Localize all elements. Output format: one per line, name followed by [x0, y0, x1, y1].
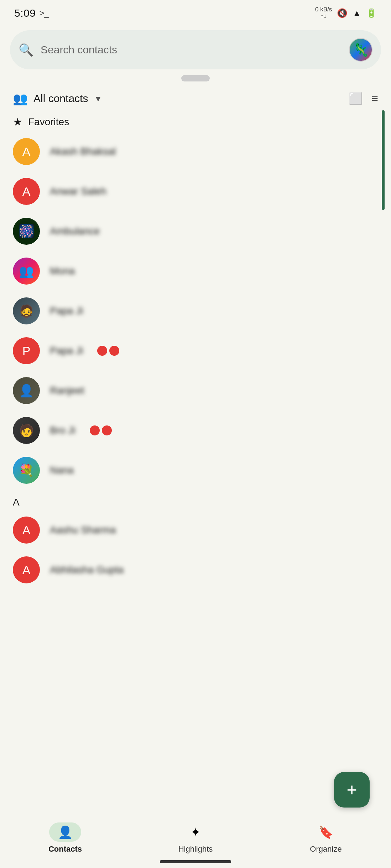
- list-item[interactable]: A Abhilasha Gupta: [0, 550, 391, 590]
- avatar: A: [13, 556, 40, 583]
- contact-name: Abhilasha Gupta: [50, 564, 124, 576]
- avatar: 👤: [13, 377, 40, 404]
- contacts-icon: 👤: [58, 825, 73, 839]
- add-contact-button[interactable]: +: [334, 772, 370, 808]
- contacts-nav-icon-wrap: 👤: [49, 822, 81, 842]
- avatar: A: [13, 178, 40, 205]
- list-item[interactable]: A Akash Bhaksal: [0, 132, 391, 171]
- chevron-down-icon[interactable]: ▾: [96, 93, 100, 104]
- highlights-nav-icon-wrap: ✦: [179, 822, 212, 842]
- nav-item-highlights[interactable]: ✦ Highlights: [167, 822, 224, 854]
- list-item[interactable]: 🎆 Ambulance: [0, 211, 391, 251]
- avatar: 🧑: [13, 417, 40, 444]
- contact-name: Anwar Saleh: [50, 186, 106, 197]
- badge-dot: [102, 425, 112, 435]
- highlights-nav-label: Highlights: [178, 845, 213, 854]
- wifi-icon: ▲: [353, 8, 361, 18]
- list-item[interactable]: 💐 Nana: [0, 450, 391, 490]
- notification-badges: [90, 425, 112, 435]
- list-item[interactable]: P Papa Ji: [0, 331, 391, 371]
- avatar: A: [13, 138, 40, 165]
- list-item[interactable]: 👥 Mona: [0, 251, 391, 291]
- header-actions: ⬜ ≡: [349, 92, 378, 105]
- highlights-icon: ✦: [191, 825, 200, 839]
- nav-item-contacts[interactable]: 👤 Contacts: [37, 822, 94, 854]
- battery-icon: 🔋: [366, 8, 377, 18]
- section-letter-a: A: [0, 490, 391, 510]
- status-icons: 0 kB/s ↑↓ 🔇 ▲ 🔋: [315, 6, 377, 20]
- network-speed: 0 kB/s ↑↓: [315, 6, 332, 20]
- profile-avatar[interactable]: 🦎: [349, 38, 372, 62]
- contacts-header: 👥 All contacts ▾ ⬜ ≡: [0, 83, 391, 111]
- favorites-section-header: ★ Favorites: [0, 111, 391, 132]
- favorites-label: Favorites: [28, 116, 69, 128]
- search-input[interactable]: Search contacts: [41, 44, 342, 56]
- notification-badges: [97, 346, 119, 356]
- avatar: 💐: [13, 457, 40, 484]
- filter-icon[interactable]: ≡: [371, 92, 378, 105]
- label-icon[interactable]: ⬜: [349, 92, 363, 105]
- nav-item-organize[interactable]: 🔖 Organize: [297, 822, 354, 854]
- organize-icon: 🔖: [318, 825, 333, 839]
- all-contacts-label: All contacts: [33, 92, 88, 105]
- organize-nav-icon-wrap: 🔖: [310, 822, 342, 842]
- badge-dot: [90, 425, 100, 435]
- search-icon: 🔍: [19, 43, 33, 57]
- contact-name: Papa Ji: [50, 305, 83, 317]
- home-indicator: [160, 860, 231, 863]
- badge-dot: [97, 346, 107, 356]
- organize-nav-label: Organize: [310, 845, 342, 854]
- list-item[interactable]: 🧔 Papa Ji: [0, 291, 391, 331]
- avatar: P: [13, 337, 40, 364]
- list-item[interactable]: 🧑 Bro Ji: [0, 411, 391, 450]
- list-item[interactable]: A Aashu Sharma: [0, 510, 391, 550]
- contact-name: Ranjeet: [50, 385, 84, 396]
- search-bar-container: 🔍 Search contacts 🦎: [0, 23, 391, 73]
- list-item[interactable]: 👤 Ranjeet: [0, 371, 391, 411]
- status-bar: 5:09 >_ 0 kB/s ↑↓ 🔇 ▲ 🔋: [0, 0, 391, 23]
- contact-name: Akash Bhaksal: [50, 146, 116, 157]
- status-time: 5:09: [14, 7, 36, 19]
- avatar: 👥: [13, 258, 40, 285]
- avatar: 🎆: [13, 218, 40, 245]
- drag-handle: [181, 75, 210, 81]
- mute-icon: 🔇: [337, 8, 348, 18]
- badge-dot: [109, 346, 119, 356]
- contact-name: Aashu Sharma: [50, 524, 116, 536]
- terminal-icon: >_: [39, 8, 49, 18]
- scroll-track[interactable]: [382, 110, 385, 210]
- plus-icon: +: [346, 781, 357, 799]
- contact-name: Ambulance: [50, 226, 100, 237]
- contact-name: Mona: [50, 265, 75, 277]
- avatar: A: [13, 517, 40, 544]
- contacts-nav-label: Contacts: [48, 845, 82, 854]
- contact-name: Nana: [50, 465, 74, 476]
- profile-icon: 🦎: [353, 42, 369, 57]
- star-icon: ★: [13, 116, 22, 128]
- avatar: 🧔: [13, 297, 40, 324]
- list-item[interactable]: A Anwar Saleh: [0, 171, 391, 211]
- people-icon: 👥: [13, 91, 28, 106]
- search-bar[interactable]: 🔍 Search contacts 🦎: [10, 30, 381, 69]
- contact-name: Bro Ji: [50, 425, 75, 436]
- contact-name: Papa Ji: [50, 345, 83, 356]
